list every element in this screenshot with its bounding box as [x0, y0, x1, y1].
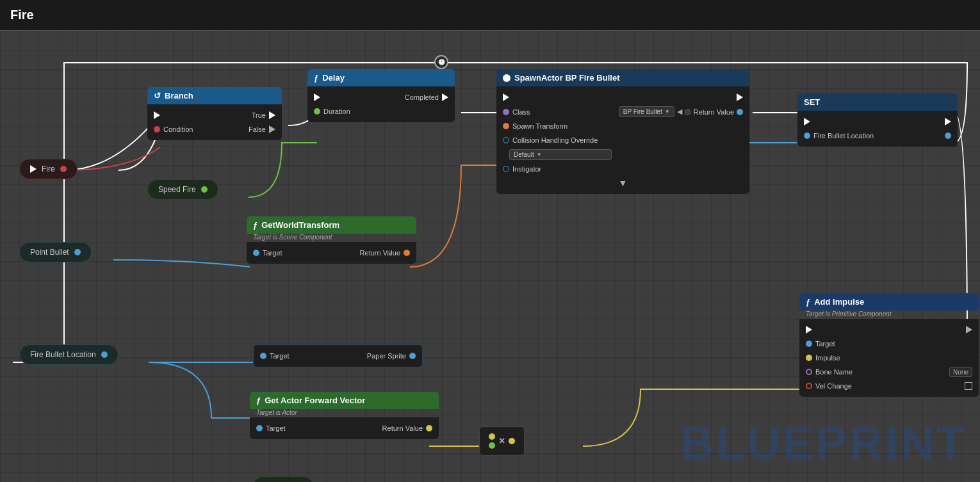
spawn-actor-node: SpawnActor BP Fire Bullet Class BP Fire	[496, 69, 749, 194]
gafv-target-row: Target Return Value	[250, 421, 439, 435]
branch-title: Branch	[165, 91, 193, 100]
set-location-pin-out	[945, 133, 951, 139]
branch-false-pin	[269, 125, 275, 133]
point-bullet-output-pin	[74, 249, 81, 255]
spawn-actor-icon	[503, 74, 510, 82]
gafv-title: Get Actor Forward Vector	[265, 396, 365, 405]
set-location-label: Fire Bullet Location	[813, 132, 874, 140]
spawn-expand-icon[interactable]: ▼	[619, 178, 628, 188]
multiply-output-pin	[509, 438, 515, 444]
add-impulse-exec-out	[966, 326, 972, 333]
add-impulse-bone-pin	[806, 369, 812, 375]
multiply-body: ×	[482, 430, 521, 453]
gafv-subtitle: Target is Actor	[250, 409, 439, 417]
delay-body: Completed Duration	[307, 86, 455, 122]
set-exec-in	[804, 118, 810, 125]
speed-fire-output-pin	[201, 186, 208, 193]
delay-duration-row: Duration	[307, 104, 455, 118]
gwt-return-label: Return Value	[360, 249, 400, 257]
fire-event-node: Fire	[19, 159, 78, 179]
paper-sprite-target-label: Target	[270, 352, 290, 360]
gafv-body: Target Return Value	[250, 417, 439, 439]
paper-sprite-label: Paper Sprite	[367, 352, 406, 360]
spawn-collision-value: Default	[514, 151, 534, 158]
spawn-collision-dropdown[interactable]: Default ▼	[509, 149, 612, 160]
gwt-return-pin	[404, 250, 410, 256]
branch-exec-in	[154, 111, 160, 119]
delay-exec-in	[314, 93, 320, 101]
paper-sprite-body: Target Paper Sprite	[253, 344, 423, 367]
branch-true-pin	[269, 111, 275, 119]
spawn-collision-pin	[503, 137, 509, 143]
impulse-input-node: Impulse	[253, 476, 313, 482]
spawn-instigator-pin	[503, 166, 509, 172]
spawn-actor-exec-row	[496, 90, 749, 104]
spawn-class-dropdown[interactable]: BP Fire Bullet ▼	[619, 106, 674, 117]
dropdown-arrow: ▼	[665, 109, 670, 115]
delay-node: ƒ Delay 🕐 Completed Duration	[307, 69, 455, 122]
set-location-row: Fire Bullet Location	[797, 129, 958, 143]
gwt-target-pin	[253, 250, 259, 256]
page-title: Fire	[10, 8, 34, 22]
branch-condition-pin	[154, 126, 160, 133]
spawn-actor-title: SpawnActor BP Fire Bullet	[514, 73, 619, 83]
add-impulse-vel-label: Vel Change	[815, 382, 852, 390]
gwt-target-row: Target Return Value	[247, 246, 416, 260]
set-node: SET Fire Bullet Location	[797, 93, 958, 147]
add-impulse-exec-row	[799, 323, 979, 337]
multiply-input1-pin	[489, 433, 495, 440]
paper-sprite-target-pin	[260, 353, 266, 359]
add-impulse-icon: ƒ	[806, 297, 810, 307]
add-impulse-impulse-row: Impulse	[799, 351, 979, 365]
spawn-return-label: Return Value	[694, 108, 734, 116]
fire-label: Fire	[42, 165, 55, 173]
spawn-transform-pin	[503, 123, 509, 129]
spawn-actor-body: Class BP Fire Bullet ▼ ◀ ◎ Return Value …	[496, 86, 749, 194]
multiply-input2-pin	[489, 442, 495, 449]
fire-bullet-location-node: Fire Bullet Location	[19, 344, 118, 365]
spawn-collision-dropdown-row: Default ▼	[496, 147, 749, 162]
add-impulse-bone-label: Bone Name	[815, 368, 853, 376]
blueprint-canvas[interactable]: Fire Point Bullet Fire Bullet Location ↺…	[0, 31, 980, 482]
spawn-class-row: Class BP Fire Bullet ▼ ◀ ◎ Return Value	[496, 104, 749, 119]
delay-title: Delay	[322, 73, 345, 83]
set-title: SET	[804, 97, 820, 107]
spawn-exec-out	[737, 93, 743, 101]
spawn-class-nav1: ◀	[677, 108, 682, 116]
delay-completed-pin	[442, 93, 448, 101]
spawn-class-value: BP Fire Bullet	[623, 108, 662, 115]
add-impulse-title: Add Impulse	[814, 297, 864, 307]
gafv-target-pin	[256, 425, 263, 431]
add-impulse-target-pin	[806, 341, 812, 347]
add-impulse-subtitle: Target is Primitive Component	[799, 310, 979, 319]
add-impulse-bone-value[interactable]: None	[949, 367, 972, 377]
gafv-return-pin	[426, 425, 432, 431]
point-bullet-label: Point Bullet	[30, 248, 69, 257]
gwt-subtitle: Target is Scene Component	[247, 234, 416, 242]
branch-condition-label: Condition	[163, 125, 193, 133]
paper-sprite-node: Target Paper Sprite	[253, 344, 423, 367]
spawn-instigator-row: Instigator	[496, 162, 749, 176]
branch-node: ↺ Branch True Condition False	[147, 87, 282, 140]
branch-header: ↺ Branch	[147, 87, 282, 104]
get-world-transform-header: ƒ GetWorldTransform	[247, 216, 416, 234]
gwt-title: GetWorldTransform	[261, 220, 339, 230]
spawn-transform-row: Spawn Transform	[496, 119, 749, 133]
get-actor-forward-header: ƒ Get Actor Forward Vector	[250, 392, 439, 409]
gwt-icon: ƒ	[253, 220, 257, 230]
blueprint-watermark: BLUEPRINT	[680, 417, 967, 469]
delay-duration-pin	[314, 108, 320, 115]
add-impulse-vel-pin	[806, 383, 812, 389]
get-actor-forward-node: ƒ Get Actor Forward Vector Target is Act…	[250, 392, 439, 439]
add-impulse-impulse-label: Impulse	[815, 354, 840, 362]
speed-fire-label: Speed Fire	[158, 185, 196, 194]
add-impulse-header: ƒ Add Impulse	[799, 293, 979, 310]
gafv-return-label: Return Value	[382, 424, 423, 432]
add-impulse-vel-checkbox[interactable]	[965, 382, 972, 390]
add-impulse-impulse-pin	[806, 355, 812, 361]
fire-bullet-location-label: Fire Bullet Location	[30, 350, 96, 359]
add-impulse-node: ƒ Add Impulse Target is Primitive Compon…	[799, 293, 979, 397]
spawn-collision-row: Collision Handling Override	[496, 133, 749, 147]
add-impulse-vel-row: Vel Change	[799, 379, 979, 393]
set-header: SET	[797, 93, 958, 111]
